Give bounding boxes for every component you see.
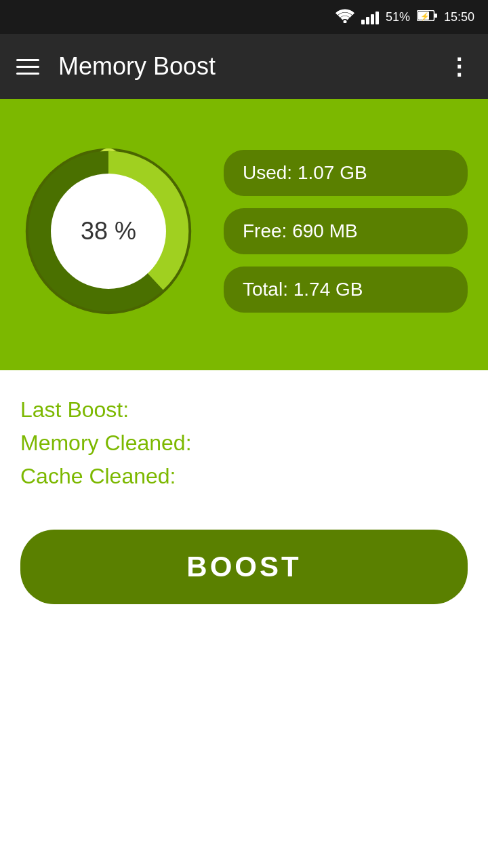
total-memory-badge: Total: 1.74 GB bbox=[224, 267, 468, 313]
donut-center: 38 % bbox=[51, 174, 166, 289]
used-memory-badge: Used: 1.07 GB bbox=[224, 150, 468, 196]
memory-panel: 38 % Used: 1.07 GB Free: 690 MB Total: 1… bbox=[0, 99, 488, 370]
battery-percent: 51% bbox=[386, 10, 410, 24]
app-title: Memory Boost bbox=[58, 52, 216, 81]
battery-icon: ⚡ bbox=[417, 10, 437, 24]
memory-percent: 38 % bbox=[81, 217, 136, 245]
svg-rect-3 bbox=[434, 14, 437, 18]
free-memory-badge: Free: 690 MB bbox=[224, 208, 468, 254]
memory-cleaned-label: Memory Cleaned: bbox=[20, 431, 468, 456]
last-boost-label: Last Boost: bbox=[20, 397, 468, 422]
svg-text:⚡: ⚡ bbox=[420, 12, 430, 21]
cache-cleaned-label: Cache Cleaned: bbox=[20, 464, 468, 489]
memory-stats: Used: 1.07 GB Free: 690 MB Total: 1.74 G… bbox=[224, 150, 468, 313]
status-bar: 51% ⚡ 15:50 bbox=[0, 0, 488, 34]
svg-point-0 bbox=[343, 20, 346, 24]
app-bar: Memory Boost ⋮ bbox=[0, 34, 488, 99]
memory-chart: 38 % bbox=[20, 143, 197, 319]
info-section: Last Boost: Memory Cleaned: Cache Cleane… bbox=[0, 370, 488, 516]
more-options-button[interactable]: ⋮ bbox=[447, 53, 472, 80]
boost-section: BOOST bbox=[0, 516, 488, 618]
boost-button[interactable]: BOOST bbox=[20, 530, 468, 604]
signal-icon bbox=[361, 9, 379, 24]
wifi-icon bbox=[336, 8, 354, 26]
menu-button[interactable] bbox=[16, 59, 39, 75]
time-display: 15:50 bbox=[444, 10, 474, 24]
